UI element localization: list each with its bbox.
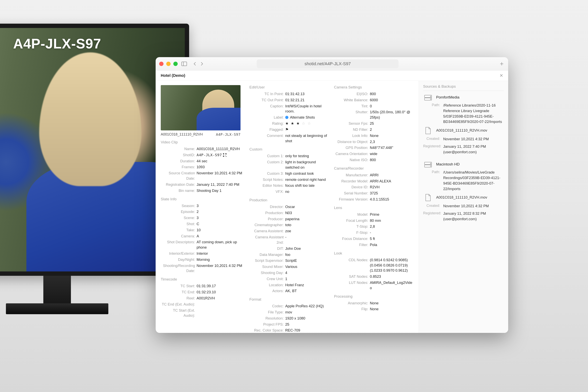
nav-forward-button[interactable] [199,62,205,66]
slate-daynight: Morning [196,257,248,262]
browser-titlebar: shotid.net/A4P-JLX-S97 [156,57,508,70]
edit-tcout: 01:32:21.21 [285,98,332,103]
edit-label: Alternate Shots [285,115,332,120]
cs-wb: 6000 [370,98,417,103]
proc-flip: None [370,306,417,312]
page-header: Hotel (Demo) ✕ [156,70,508,81]
look-sat: 0.8523 [370,274,417,279]
qr-icon[interactable] [223,153,226,157]
page-title: Hotel (Demo) [161,73,185,78]
look-cdl: (0.9814 0.9242 0.9085) (0.0456 0.0826 0.… [370,258,417,273]
tc-reel: A001R2VH [196,296,248,301]
slate-take: 10 [196,228,248,233]
monitor-base [6,303,108,314]
nav-back-button[interactable] [192,62,198,66]
fmt-pfps: 25 [285,322,332,327]
prod-dm: foo [285,252,332,258]
prod-sd: 4 [285,270,332,276]
label-color-dot [285,116,288,119]
source-registered: January 11, 2022 7:40 PM (user@pomfort.c… [443,144,504,155]
section-edit-user: Edit/User [250,85,332,90]
cs-nd: 2 [370,127,417,132]
section-camera-settings: Camera Settings [334,85,417,90]
section-processing: Processing [334,294,417,299]
sidebar-toggle-icon[interactable] [181,62,187,66]
rec-dev: R2VH [370,184,417,190]
vc-src-date: November 10,2021 4:32 PM [196,170,248,176]
slate-season: 3 [196,203,248,208]
cs-orient: wide [370,151,417,156]
cs-ei: 800 [370,92,417,97]
prod-ss: ScriptE [285,258,332,263]
prod-producer: paperina [285,216,332,222]
prod-dit: John Doe [285,246,332,251]
section-video-clip: Video Clip [161,140,248,144]
slate-recdate: November 10,2021 4:32 PM [196,263,248,268]
edit-rating[interactable]: ★ ★ ★ ☆ ☆ [285,121,332,126]
cs-dist: 2,3 [370,139,417,144]
close-panel-button[interactable]: ✕ [500,73,503,78]
source-created: November 10,2021 4:32 PM [443,203,504,209]
lens-f: - [370,230,417,236]
svg-rect-0 [182,62,187,66]
prod-cine: toto [285,222,332,228]
fmt-colorspace: REC-709 [285,328,332,333]
zoom-window-button[interactable] [173,62,178,66]
source-path: /Users/selina/Movies/LiveGrade Recording… [443,170,504,192]
cs-gps: N48°7'47.448'' [370,145,417,150]
source-block: Macintosh HD Path:/Users/selina/Movies/L… [423,161,504,222]
prod-ca2: - [285,234,332,240]
file-icon [423,126,433,134]
fmt-filetype: mov [285,310,332,315]
vc-shotid: A4P-JLX-S97 [196,152,248,158]
prod-loc: Hotel Franz [285,282,332,288]
thumb-shot-id: A4P-JLX-S97 [216,132,240,136]
tc-start: 01:31:39.17 [196,284,248,289]
svg-point-7 [430,99,431,100]
sources-sidebar: Sources & Backups PomfortMedia Path:/Ref… [418,81,508,333]
rec-fw: 4.0.1:15515 [370,197,417,202]
drive-icon [423,94,433,101]
slate-camera: A [196,234,248,239]
cs-tint: 0 [370,104,417,109]
new-tab-button[interactable] [499,62,505,66]
slate-desc: AT coming down, pick up phone [196,240,248,250]
edit-tcin: 01:31:42.13 [285,92,332,97]
minimize-window-button[interactable] [166,62,170,66]
slate-episode: 2 [196,209,248,214]
source-registered: January 11, 2022 8:32 PM (user@pomfort.c… [443,211,504,222]
slate-shot: C [196,222,248,227]
source-block: PomfortMedia Path:/Reference Libraries/2… [423,94,504,155]
svg-point-6 [430,96,431,97]
url-bar[interactable]: shotid.net/A4P-JLX-S97 [257,60,398,68]
edit-comment: not steady at beginning of shot [285,133,332,144]
vc-bin: Shooting Day 1 [196,188,248,194]
fmt-res: 1920 x 1080 [285,316,332,321]
source-created: November 10,2021 4:32 PM [443,136,504,142]
close-window-button[interactable] [159,62,164,66]
section-custom: Custom [250,147,332,152]
slate-intext: Interior [196,251,248,256]
vfx: no [285,189,332,194]
rec-man: ARRI [370,172,417,178]
lens-filter: Pola [370,242,417,248]
custom-3: high contrast look [285,171,332,176]
section-lens: Lens [334,206,417,210]
lens-t: 2,8 [370,224,417,229]
window-controls [159,62,178,66]
cs-shutter: 1/50s (20.0ms, 180.0° @ 25fps) [370,110,417,120]
section-slate: Slate Info [161,197,248,201]
source-path: /Reference Libraries/2020-11-16 Referenc… [443,103,504,124]
custom-2: light in background switched on [285,160,332,170]
file-icon [423,194,433,201]
vc-name: A001C018_111110_R2VH [196,146,248,152]
look-lut: AMIRA_Default_Log2Video [370,280,417,291]
fmt-codec: Apple ProRes 422 (HQ) [285,304,332,309]
prod-name: N03 [285,210,332,216]
lens-fd: 5 ft [370,236,417,242]
edit-flagged[interactable]: ⚑ [285,127,332,132]
slate-scene: 3 [196,215,248,220]
svg-point-10 [430,163,431,164]
clip-thumbnail[interactable] [161,85,240,130]
section-recorder: Camera/Recorder [334,166,417,170]
